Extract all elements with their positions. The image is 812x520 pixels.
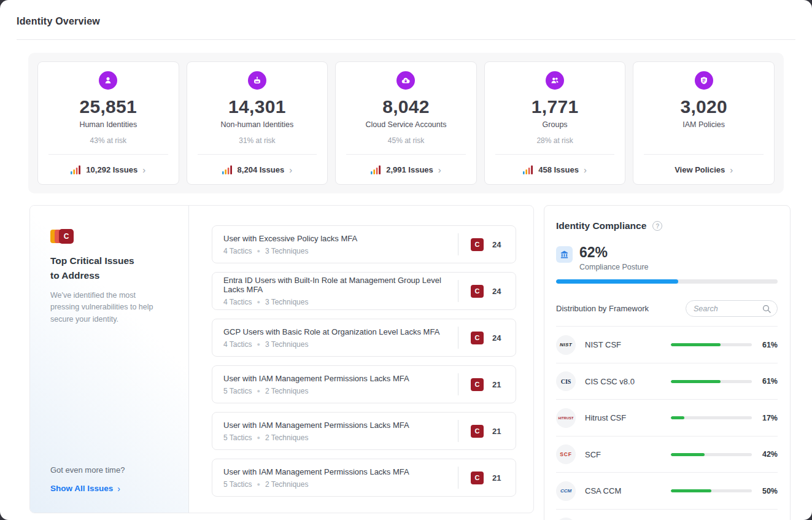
- critical-panel-footer: Got even more time? Show All Issues ›: [50, 465, 125, 493]
- issue-main: User with IAM Management Permissions Lac…: [223, 467, 409, 489]
- issue-tactics: 5 Tactics: [223, 433, 252, 442]
- framework-bar-fill: [671, 343, 721, 346]
- chevron-right-icon: ›: [142, 165, 145, 174]
- critical-severity-badge: C: [471, 285, 484, 298]
- issue-title: GCP Users with Basic Role at Organizatio…: [223, 327, 439, 336]
- help-icon[interactable]: ?: [652, 221, 662, 231]
- framework-bar-track: [671, 453, 752, 456]
- stat-card: 14,301 Non-human Identities 31% at risk …: [187, 61, 328, 185]
- severity-bars-icon: [523, 165, 533, 175]
- stat-risk: 43% at risk: [90, 136, 126, 145]
- framework-row[interactable]: CCM CSA CCM 50%: [556, 472, 778, 509]
- issue-tactics: 5 Tactics: [223, 387, 252, 395]
- framework-row[interactable]: HITRUST Hitrust CSF 17%: [556, 399, 778, 436]
- critical-issues-list: User with Excessive Policy lacks MFA 4 T…: [189, 206, 533, 513]
- issue-meta: 5 Tactics ● 2 Techniques: [223, 480, 409, 489]
- issue-techniques: 2 Techniques: [265, 480, 309, 489]
- identity-type-icon: [401, 76, 411, 85]
- issue-main: User with IAM Management Permissions Lac…: [223, 374, 409, 395]
- chevron-right-icon: ›: [584, 165, 587, 174]
- issue-severity-block: C 24: [458, 280, 502, 302]
- stats-band: 25,851 Human Identities 43% at risk 10,2…: [28, 53, 784, 193]
- stat-value: 8,042: [382, 96, 430, 117]
- issue-main: GCP Users with Basic Role at Organizatio…: [223, 327, 439, 349]
- issue-divider: [458, 327, 458, 349]
- issue-severity-block: C 21: [458, 467, 502, 489]
- severity-bars-icon: [71, 165, 81, 175]
- issue-title: User with IAM Management Permissions Lac…: [223, 374, 409, 383]
- identity-type-icon: [699, 76, 709, 85]
- issue-title: User with IAM Management Permissions Lac…: [223, 467, 409, 476]
- issue-severity-block: C 24: [458, 327, 502, 349]
- framework-name: NIST CSF: [585, 340, 621, 349]
- compliance-posture-row: 62% Compliance Posture: [556, 245, 778, 271]
- issue-severity-block: C 21: [458, 420, 502, 442]
- issue-card[interactable]: User with IAM Management Permissions Lac…: [212, 412, 516, 450]
- identity-type-icon: [252, 76, 262, 85]
- dot-separator-icon: ●: [257, 299, 260, 305]
- critical-panel-description: We've identified the most pressing vulne…: [50, 290, 164, 325]
- framework-row[interactable]: SCF SCF 42%: [556, 436, 778, 473]
- stat-issues-link[interactable]: 10,292 Issues ›: [38, 155, 179, 184]
- critical-title-line1: Top Critical Issues: [50, 255, 134, 266]
- framework-row[interactable]: CCM CSA CCM 50%: [556, 509, 778, 520]
- framework-logo: NIST: [556, 335, 576, 355]
- issue-severity-block: C 21: [458, 373, 502, 395]
- top-critical-panel: C Top Critical Issues to Address We've i…: [30, 206, 189, 513]
- framework-value: 50%: [752, 487, 778, 495]
- issue-techniques: 3 Techniques: [265, 340, 309, 349]
- stat-card: 25,851 Human Identities 43% at risk 10,2…: [37, 61, 179, 185]
- issue-card[interactable]: Entra ID Users with Built-In Role at Man…: [212, 272, 516, 310]
- search-icon: [762, 305, 771, 313]
- framework-value: 17%: [752, 414, 778, 422]
- stat-label: IAM Policies: [682, 120, 725, 129]
- stat-issues-link[interactable]: View Policies ›: [633, 155, 774, 184]
- framework-name: Hitrust CSF: [585, 413, 626, 422]
- compliance-header: Identity Compliance ?: [556, 220, 778, 231]
- framework-search[interactable]: [686, 300, 778, 317]
- framework-logo: CCM: [556, 481, 576, 501]
- issue-techniques: 3 Techniques: [265, 298, 309, 306]
- issue-techniques: 2 Techniques: [265, 387, 309, 395]
- framework-name: CSA CCM: [585, 486, 621, 495]
- identity-type-icon: [550, 76, 560, 85]
- framework-row[interactable]: CIS CIS CSC v8.0 61%: [556, 363, 778, 400]
- issue-meta: 4 Tactics ● 3 Techniques: [223, 298, 458, 306]
- stat-issues-link[interactable]: 2,991 Issues ›: [336, 155, 476, 184]
- severity-bars-icon: [222, 165, 233, 175]
- framework-row[interactable]: NIST NIST CSF 61%: [556, 326, 778, 363]
- issue-techniques: 3 Techniques: [265, 247, 309, 255]
- identity-type-icon: [103, 76, 113, 85]
- issue-title: User with IAM Management Permissions Lac…: [223, 421, 409, 430]
- critical-severity-badge: C: [471, 238, 484, 251]
- posture-figures: 62% Compliance Posture: [579, 245, 649, 271]
- stat-label: Cloud Service Accounts: [365, 120, 446, 129]
- identity-compliance-card: Identity Compliance ? 62% Compliance Pos…: [544, 205, 791, 520]
- issue-card[interactable]: User with IAM Management Permissions Lac…: [212, 365, 516, 403]
- issue-card[interactable]: User with Excessive Policy lacks MFA 4 T…: [212, 225, 516, 263]
- compliance-title: Identity Compliance: [556, 220, 646, 231]
- more-time-text: Got even more time?: [50, 465, 125, 475]
- issue-divider: [458, 420, 458, 442]
- issue-divider: [458, 467, 458, 489]
- issue-card[interactable]: User with IAM Management Permissions Lac…: [212, 459, 516, 497]
- show-all-issues-link[interactable]: Show All Issues ›: [50, 484, 125, 493]
- issue-tactics: 4 Tactics: [223, 298, 252, 306]
- stat-issues-link[interactable]: 458 Issues ›: [485, 155, 625, 184]
- stat-footer-link-label: View Policies: [675, 165, 725, 174]
- issue-meta: 5 Tactics ● 2 Techniques: [223, 433, 409, 442]
- identity-overview-page: Identity Overview 25,851 Human Identitie…: [0, 0, 812, 520]
- framework-name: SCF: [585, 450, 601, 459]
- issue-card[interactable]: GCP Users with Basic Role at Organizatio…: [212, 319, 516, 357]
- framework-search-input[interactable]: [694, 305, 761, 313]
- chevron-right-icon: ›: [117, 484, 120, 493]
- stat-footer-label: 10,292 Issues: [86, 165, 137, 174]
- stat-icon-circle: [546, 71, 564, 90]
- issue-main: User with Excessive Policy lacks MFA 4 T…: [223, 234, 357, 255]
- severity-bars-icon: [371, 165, 381, 175]
- stat-footer-label: 458 Issues: [538, 165, 579, 174]
- issue-score: 24: [492, 240, 502, 249]
- stat-issues-link[interactable]: 8,204 Issues ›: [187, 155, 328, 184]
- framework-list: NIST NIST CSF 61% CIS CIS CSC v8.0 61%: [556, 326, 778, 520]
- framework-logo: HITRUST: [556, 408, 576, 428]
